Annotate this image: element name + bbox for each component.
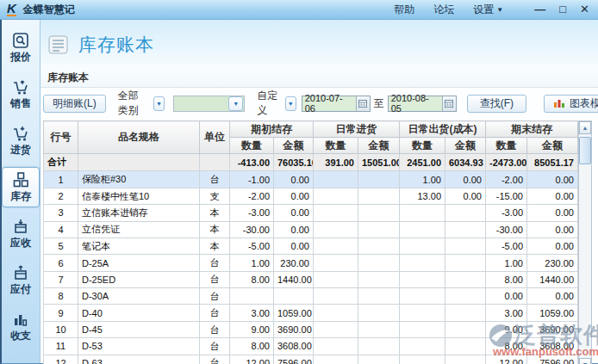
value-cell-0: -2.00 (230, 188, 274, 204)
minimize-button[interactable]: — (534, 4, 545, 15)
value-cell-3 (358, 305, 400, 321)
product-name-cell: 立信账本进销存 (78, 205, 200, 221)
value-cell-5: 0.00 (445, 171, 486, 188)
value-cell-1: 7596.00 (274, 355, 314, 364)
value-cell-3 (358, 338, 400, 355)
total-value-cell-1: 76035.10 (274, 154, 314, 171)
scrollbar-thumb[interactable] (579, 137, 591, 164)
table-row[interactable]: 11D-53台8.003608.008.003608.00 (44, 338, 578, 355)
value-cell-1: 1440.00 (274, 271, 314, 287)
value-cell-6: 3.00 (486, 305, 527, 321)
table-row[interactable]: 10D-45台9.003690.009.003690.00 (44, 321, 578, 337)
product-filter-combobox[interactable]: ▼ (173, 96, 245, 112)
value-cell-1: 0.00 (274, 221, 314, 238)
product-name-cell: D-40 (78, 305, 200, 321)
value-cell-2 (314, 238, 358, 254)
sidebar-item-label: 销售 (10, 96, 31, 111)
value-cell-5 (445, 355, 486, 364)
scroll-up-button[interactable]: ▲ (579, 121, 591, 134)
table-row[interactable]: 5笔记本本-5.000.00-5.000.00 (44, 238, 578, 254)
sidebar-item-receivable[interactable]: 应收 (2, 213, 40, 254)
menu-item-论坛[interactable]: 论坛 (433, 3, 454, 17)
sub-header-2-0: 数量 (400, 138, 445, 154)
table-row[interactable]: 1保险柜#30台-1.000.001.000.00-2.000.00 (44, 171, 578, 188)
value-cell-6: 9.00 (486, 321, 527, 337)
category-filter-label: 全部类别 (118, 89, 148, 118)
scroll-down-button[interactable]: ▼ (579, 358, 591, 364)
breadcrumb-bar: 库存账本 (40, 69, 598, 88)
sidebar-item-label: 收支 (10, 329, 31, 343)
product-dropdown-button[interactable]: ▼ (228, 96, 243, 111)
value-cell-2 (314, 171, 358, 188)
value-cell-5 (445, 221, 486, 238)
table-row[interactable]: 9D-40台3.001059.003.001059.00 (44, 305, 578, 321)
chart-mode-button[interactable]: 图表模式 (544, 95, 598, 113)
table-row[interactable]: 2信泰楼中性笔10支-2.000.0013.000.00-15.000.00 (44, 188, 578, 204)
unit-cell: 台 (200, 171, 230, 188)
value-cell-7: 0.00 (527, 288, 578, 305)
table-row[interactable]: 7D-25ED台8.001440.008.001440.00 (44, 271, 578, 287)
table-header-group-row: 行号品名规格单位期初结存日常进货日常出货(成本)期末结存 (44, 121, 578, 138)
value-cell-7: 7596.00 (527, 355, 578, 364)
ledger-icon (47, 34, 70, 55)
value-cell-2 (314, 271, 358, 287)
value-cell-3 (358, 221, 400, 238)
date-from-input[interactable]: 2010-07-06 (302, 96, 371, 112)
date-preset-dropdown-button[interactable]: ▼ (285, 96, 296, 111)
calendar-icon[interactable] (442, 96, 456, 111)
menu-item-帮助[interactable]: 帮助 (394, 3, 414, 17)
sidebar-item-quote[interactable]: 报价 (2, 28, 40, 68)
app-title: 金蝶智慧记 (23, 3, 75, 17)
value-cell-1: 3608.00 (274, 338, 314, 355)
vertical-scrollbar: ▲ ▼ (578, 120, 592, 364)
total-label-cell: 合计 (44, 154, 78, 171)
close-button[interactable]: ✕ (580, 4, 589, 15)
sidebar-item-purchase[interactable]: 进货 (2, 120, 40, 161)
table-row[interactable]: 6D-25A台1.00230.001.00230.00 (44, 255, 578, 271)
breadcrumb: 库存账本 (47, 71, 89, 85)
table-row[interactable]: 3立信账本进销存本-3.000.00-3.000.00 (44, 205, 578, 221)
maximize-button[interactable]: □ (559, 4, 566, 15)
value-cell-0: -3.00 (230, 205, 274, 221)
sidebar-item-inventory[interactable]: 库存 (2, 167, 40, 207)
sidebar-item-cashflow[interactable]: 收支 (2, 306, 40, 347)
value-cell-0: -1.00 (230, 171, 274, 188)
unit-cell: 本 (200, 238, 230, 254)
sidebar-item-sales[interactable]: 销售 (2, 74, 40, 114)
sidebar-item-label: 应付 (10, 282, 31, 297)
value-cell-6: 1.00 (486, 255, 527, 271)
sidebar-item-payable[interactable]: 应付 (2, 260, 40, 300)
value-cell-4 (400, 338, 445, 355)
table-row[interactable]: 4立信凭证本-30.000.00-30.000.00 (44, 221, 578, 238)
total-value-cell-7: 85051.17 (527, 154, 578, 171)
category-dropdown-button[interactable]: ▼ (153, 96, 165, 111)
sub-header-1-0: 数量 (314, 138, 358, 154)
calendar-icon[interactable] (356, 96, 370, 111)
value-cell-5 (445, 338, 486, 355)
sidebar-item-label: 报价 (10, 50, 31, 65)
page-title: 库存账本 (78, 33, 154, 57)
table-row[interactable]: 8D-30A台0.000.00 (44, 288, 578, 305)
main-panel: 库存账本 库存账本 明细账(L) 全部类别 ▼ ▼ 自定义 ▼ 2010-07-… (40, 20, 598, 363)
value-cell-2 (314, 338, 358, 355)
search-button[interactable]: 查找(F) (467, 95, 526, 113)
value-cell-0: 1.00 (230, 255, 274, 271)
menu-item-设置[interactable]: 设置▼ (473, 3, 503, 17)
product-name-cell: D-25ED (78, 271, 200, 287)
value-cell-0: -30.00 (230, 221, 274, 238)
detail-ledger-button[interactable]: 明细账(L) (43, 95, 106, 113)
sidebar-item-label: 库存 (10, 189, 31, 204)
value-cell-0: 9.00 (230, 321, 274, 337)
value-cell-4: 13.00 (400, 188, 445, 204)
value-cell-0: 8.00 (230, 271, 274, 287)
scrollbar-track[interactable] (579, 134, 591, 358)
total-name-cell (78, 154, 200, 171)
row-number-cell: 7 (44, 271, 78, 287)
sales-cart-icon (11, 78, 30, 96)
value-cell-4 (400, 288, 445, 305)
titlebar-menu: 帮助论坛设置▼ (394, 3, 503, 17)
unit-cell: 台 (200, 338, 230, 355)
value-cell-6: 8.00 (486, 271, 527, 287)
table-row[interactable]: 12D-63台12.007596.0012.007596.00 (44, 355, 578, 364)
date-to-input[interactable]: 2010-08-05 (388, 96, 457, 112)
